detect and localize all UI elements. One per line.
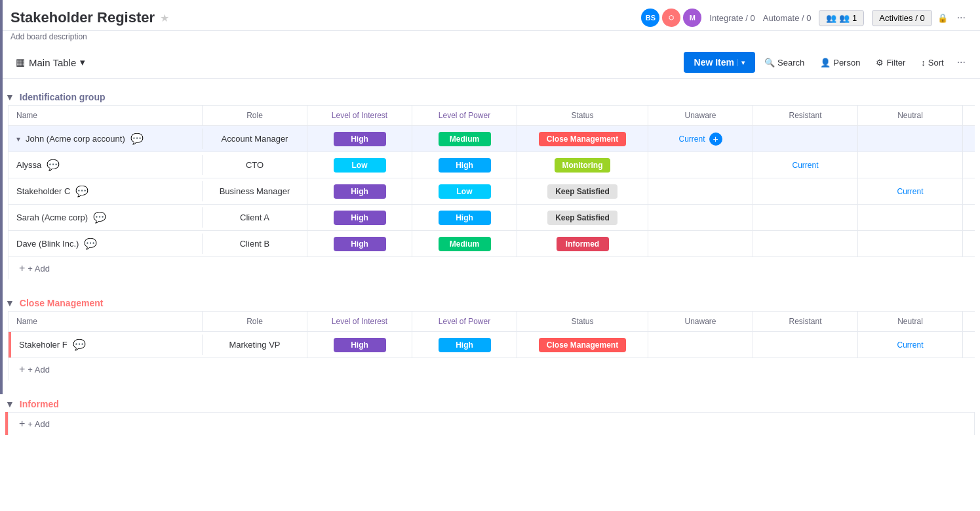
integrate-button[interactable]: Integrate / 0 [709, 13, 755, 23]
group-identification: ▼ Identification group Name Role Level o… [0, 89, 980, 279]
group-title-identification: Identification group [20, 92, 106, 102]
add-row-label-informed: + Add [28, 419, 50, 429]
search-button[interactable]: 🔍 Search [758, 54, 811, 72]
sort-button[interactable]: ↕ Sort [914, 54, 950, 72]
row-unaware-stakeholderc [648, 178, 753, 204]
row-role-dave: Client B [203, 231, 307, 256]
filter-button[interactable]: ⚙ Filter [869, 54, 912, 72]
col-header-unaware-cm: Unaware [648, 312, 753, 331]
group-title-informed: Informed [20, 399, 59, 409]
sort-icon: ↕ [921, 58, 926, 68]
row-name-stakeholderc-text: Stakeholder C [16, 186, 70, 196]
row-name-sarah-text: Sarah (Acme corp) [16, 213, 88, 222]
row-name-john-text: John (Acme corp account) [26, 134, 125, 144]
row-resistant-sarah [753, 205, 858, 230]
col-header-supportive: Supportive [963, 106, 975, 125]
group-title-cm: Close Management [20, 298, 104, 308]
row-neutral-dave [858, 231, 963, 256]
row-name-dave-text: Dave (Blink Inc.) [16, 239, 79, 249]
add-row-informed[interactable]: + + Add [9, 413, 974, 435]
search-icon: 🔍 [764, 58, 775, 68]
row-interest-f: High [307, 332, 412, 358]
comment-icon-john[interactable]: 💬 [130, 133, 144, 145]
board-title: Stakeholder Register [10, 9, 155, 26]
unaware-current-john[interactable]: Current [678, 134, 705, 144]
row-unaware-dave [648, 231, 753, 256]
toolbar-more-button[interactable]: ··· [953, 52, 970, 72]
row-status-stakeholderc: Keep Satisfied [517, 178, 648, 204]
col-header-power: Level of Power [412, 106, 517, 125]
filter-icon: ⚙ [876, 58, 884, 68]
table-row: ▾ John (Acme corp account) 💬 Account Man… [9, 126, 975, 152]
col-header-neutral-cm: Neutral [858, 312, 963, 331]
col-header-supportive-cm: Supportive [963, 312, 975, 331]
add-icon-informed: + [19, 418, 25, 430]
row-power-john: Medium [412, 126, 517, 152]
activities-button[interactable]: Activities / 0 [872, 10, 931, 26]
table-row: Stakeholer F 💬 Marketing VP High High Cl… [9, 332, 975, 358]
comment-icon-sarah[interactable]: 💬 [93, 211, 106, 224]
add-unaware-john[interactable]: + [709, 133, 722, 146]
lock-icon[interactable]: 🔒 [935, 10, 951, 26]
col-header-status-cm: Status [517, 312, 648, 331]
col-header-status: Status [517, 106, 648, 125]
add-row-cm[interactable]: + + Add [9, 358, 975, 380]
avatar-hex[interactable]: ⬡ [662, 9, 680, 27]
row-neutral-stakeholderc: Current [858, 178, 963, 204]
new-item-dropdown[interactable]: ▾ [737, 59, 745, 66]
comment-icon-stakeholderc[interactable]: 💬 [75, 185, 88, 197]
top-more-button[interactable]: ··· [953, 8, 970, 28]
table-row: Stakeholder C 💬 Business Manager High Lo… [9, 178, 975, 205]
invite-button[interactable]: 👥 👥 1 [819, 10, 864, 26]
row-name-john: ▾ John (Acme corp account) 💬 [9, 129, 203, 149]
group-collapse-cm[interactable]: ▼ [5, 298, 14, 308]
group-collapse-informed[interactable]: ▼ [5, 399, 14, 409]
main-table-button[interactable]: ▦ Main Table ▾ [10, 54, 90, 71]
group-informed: ▼ Informed + + Add [0, 396, 980, 435]
star-icon[interactable]: ★ [160, 12, 169, 24]
new-item-button[interactable]: New Item ▾ [684, 52, 755, 73]
row-supportive-alyssa: Desired [963, 152, 975, 178]
table-dropdown-icon: ▾ [80, 56, 85, 68]
row-interest-dave: High [307, 231, 412, 256]
row-power-stakeholderc: Low [412, 178, 517, 204]
avatar-m[interactable]: M [683, 9, 701, 27]
row-status-john: Close Management [517, 126, 648, 152]
row-unaware-f [648, 332, 753, 358]
add-row-identification[interactable]: + + Add [9, 257, 975, 279]
row-name-alyssa: Alyssa 💬 [9, 155, 203, 175]
row-interest-sarah: High [307, 205, 412, 230]
row-resistant-f [753, 332, 858, 358]
comment-icon-alyssa[interactable]: 💬 [47, 159, 60, 171]
add-icon-cm: + [19, 363, 25, 375]
row-neutral-sarah [858, 205, 963, 230]
invite-icon: 👥 [826, 13, 836, 23]
person-filter-button[interactable]: 👤 Person [813, 54, 867, 72]
col-header-name-cm: Name [9, 312, 203, 331]
row-collapse-john[interactable]: ▾ [16, 134, 20, 144]
row-resistant-alyssa: Current [753, 152, 858, 178]
row-name-f-text: Stakeholer F [19, 340, 68, 350]
avatar-bs[interactable]: BS [641, 9, 659, 27]
add-row-label-cm: + Add [28, 365, 50, 375]
row-power-dave: Medium [412, 231, 517, 256]
col-header-role: Role [203, 106, 307, 125]
row-supportive-f: Desired [963, 332, 975, 358]
comment-icon-f[interactable]: 💬 [73, 338, 86, 351]
row-interest-john: High [307, 126, 412, 152]
row-power-alyssa: High [412, 152, 517, 178]
col-header-resistant-cm: Resistant [753, 312, 858, 331]
group-collapse-identification[interactable]: ▼ [5, 92, 14, 102]
col-header-interest-cm: Level of Interest [307, 312, 412, 331]
row-neutral-john [858, 126, 963, 152]
group-header-identification: ▼ Identification group [0, 89, 980, 105]
comment-icon-dave[interactable]: 💬 [84, 237, 97, 250]
row-role-f: Marketing VP [203, 332, 307, 358]
group-close-management: ▼ Close Management Name Role Level of In… [0, 295, 980, 380]
col-header-unaware: Unaware [648, 106, 753, 125]
automate-button[interactable]: Automate / 0 [763, 13, 812, 23]
row-supportive-dave: Desired [963, 231, 975, 256]
table-row: Alyssa 💬 CTO Low High Monitoring Current… [9, 152, 975, 178]
main-table-label: Main Table [29, 57, 76, 68]
row-power-sarah: High [412, 205, 517, 230]
